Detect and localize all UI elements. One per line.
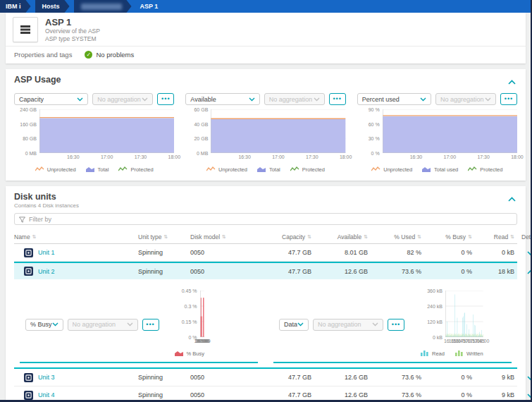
- metric-select-available[interactable]: Available: [185, 93, 259, 105]
- column-header-read[interactable]: Read⇅: [472, 233, 514, 240]
- legend-item-unprotected[interactable]: Unprotected: [206, 166, 247, 173]
- column-header-label: Name: [14, 233, 30, 240]
- legend-item-unprotected[interactable]: Unprotected: [35, 166, 76, 173]
- unit-name-cell: Unit 2: [14, 267, 138, 276]
- y-axis-tick: 0 MB: [197, 151, 211, 156]
- chart-legend: UnprotectedTotalProtected: [14, 165, 174, 173]
- breadcrumb: IBM iHostsASP 1: [0, 0, 531, 13]
- breadcrumb-item-redacted[interactable]: [74, 0, 132, 13]
- disk-units-subtitle: Contains 4 Disk instances: [14, 202, 79, 209]
- metric-select-value: Available: [190, 96, 216, 103]
- status-badge[interactable]: ✓ No problems: [85, 51, 134, 59]
- redacted-text: [81, 4, 122, 10]
- breadcrumb-item-current[interactable]: ASP 1: [136, 0, 159, 13]
- legend-item-written[interactable]: Written: [454, 350, 483, 358]
- y-axis-tick: 20 GB: [194, 136, 211, 141]
- column-header-name[interactable]: Name⇅: [14, 233, 138, 240]
- x-axis: 16:3017:0017:3018:00: [383, 154, 517, 162]
- cell-capacity: 47.7 GB: [255, 268, 311, 275]
- expand-row-button[interactable]: [524, 247, 532, 259]
- metric-select-data_io[interactable]: Data: [279, 319, 309, 331]
- aggregation-select-value: No aggregation: [73, 321, 116, 328]
- legend-item-protected[interactable]: Protected: [290, 166, 325, 173]
- expand-row-button[interactable]: [524, 372, 532, 384]
- legend-item-read[interactable]: Read: [420, 350, 445, 358]
- tab-properties-and-tags[interactable]: Properties and tags: [14, 51, 72, 59]
- x-axis: 16:1516:3016:4517:0017:1517:3017:4518:00: [445, 339, 483, 346]
- legend-item-protected[interactable]: Protected: [468, 166, 502, 173]
- unit-link[interactable]: Unit 2: [38, 268, 55, 275]
- y-axis-tick: 80 GB: [23, 136, 39, 141]
- legend-label: Total: [269, 166, 280, 173]
- column-header--used[interactable]: % Used⇅: [368, 233, 421, 240]
- legend-item--busy[interactable]: % Busy: [175, 350, 204, 358]
- column-header-unit-type[interactable]: Unit type⇅: [138, 233, 190, 240]
- breadcrumb-item-hosts[interactable]: Hosts: [35, 0, 70, 13]
- collapse-row-button[interactable]: [524, 265, 532, 277]
- table-row-unit-2[interactable]: Unit 2Spinning005047.7 GB12.6 GB73.6 %0 …: [14, 262, 517, 279]
- chart-data_io: 360 kB240 kB120 kB0 kB16:1516:3016:4517:…: [420, 291, 483, 358]
- column-header-capacity[interactable]: Capacity⇅: [255, 233, 311, 240]
- chart-plot[interactable]: 90 %60 %30 %0 %: [383, 109, 517, 153]
- y-axis-tick: 240 kB: [427, 304, 445, 309]
- chart-capacity: 240 GB160 GB80 GB0 MB16:3017:0017:3018:0…: [14, 109, 174, 173]
- y-axis-tick: 0 MB: [25, 151, 39, 156]
- unit-name-cell: Unit 3: [14, 373, 138, 382]
- collapse-section-button[interactable]: [507, 75, 517, 88]
- metric-select-value: Percent used: [362, 96, 400, 103]
- chart-options-button[interactable]: •••: [329, 93, 346, 105]
- disk-units-title: Disk units: [14, 192, 79, 202]
- legend-label: Unprotected: [383, 166, 412, 173]
- y-axis-tick: 60 %: [369, 121, 383, 126]
- table-row-unit-3[interactable]: Unit 3Spinning005047.7 GB12.6 GB73.6 %0 …: [14, 369, 517, 386]
- legend-line-icon: [290, 166, 299, 173]
- chart-options-button[interactable]: •••: [500, 93, 517, 105]
- legend-item-unprotected[interactable]: Unprotected: [371, 166, 412, 173]
- metric-select-percent_used[interactable]: Percent used: [357, 93, 431, 105]
- details-cell: [514, 247, 532, 259]
- expand-row-button[interactable]: [524, 389, 532, 401]
- legend-item-protected[interactable]: Protected: [118, 166, 153, 173]
- breadcrumb-item-ibm-i[interactable]: IBM i: [0, 0, 31, 13]
- legend-label: % Busy: [187, 351, 204, 357]
- chart-plot[interactable]: 0.45 %0.3 %0.15 %0 %: [200, 291, 204, 337]
- cell-read: 9 kB: [472, 391, 514, 398]
- y-axis-tick: 60 GB: [194, 107, 211, 112]
- legend-item-total[interactable]: Total: [257, 166, 280, 173]
- x-axis-tick: 16:30: [410, 154, 423, 159]
- asp-usage-title: ASP Usage: [14, 75, 61, 85]
- chart-options-button[interactable]: •••: [142, 319, 159, 331]
- chart-plot[interactable]: 360 kB240 kB120 kB0 kB: [445, 291, 483, 337]
- legend-item-total[interactable]: Total: [86, 166, 109, 173]
- chart-percent_used: 90 %60 %30 %0 %16:3017:0017:3018:00Unpro…: [357, 109, 517, 173]
- y-axis-tick: 0.45 %: [182, 288, 200, 293]
- tab-bar: Properties and tags ✓ No problems: [6, 46, 526, 63]
- table-row-unit-1[interactable]: Unit 1Spinning005047.7 GB8.01 GB82 %0 %0…: [14, 244, 517, 262]
- metric-select-busy[interactable]: % Busy: [25, 319, 63, 331]
- cell-unit_type: Spinning: [138, 249, 190, 256]
- chart-options-button[interactable]: •••: [157, 93, 174, 105]
- unit-link[interactable]: Unit 4: [38, 391, 55, 398]
- chart-options-button[interactable]: •••: [388, 319, 404, 331]
- column-header--busy[interactable]: % Busy⇅: [421, 233, 472, 240]
- cell-disk_model: 0050: [190, 391, 255, 398]
- metric-select-capacity[interactable]: Capacity: [14, 93, 88, 105]
- legend-label: Unprotected: [47, 166, 76, 173]
- chart-plot[interactable]: 240 GB160 GB80 GB0 MB: [39, 109, 174, 153]
- table-row-unit-4[interactable]: Unit 4Spinning005047.7 GB12.6 GB73.6 %0 …: [14, 386, 517, 402]
- unit-link[interactable]: Unit 1: [38, 249, 55, 256]
- aggregation-select-value: No aggregation: [440, 96, 484, 103]
- collapse-section-button[interactable]: [507, 192, 517, 205]
- chart-group-capacity: CapacityNo aggregation•••240 GB160 GB80 …: [14, 88, 174, 173]
- legend-label: Unprotected: [218, 166, 247, 173]
- column-header-disk-model[interactable]: Disk model⇅: [190, 233, 255, 240]
- chart-busy: 0.45 %0.3 %0.15 %0 %16:1516:3016:4517:00…: [175, 291, 204, 358]
- unit-link[interactable]: Unit 3: [38, 374, 55, 381]
- legend-area-icon: [175, 350, 184, 358]
- filter-input[interactable]: [29, 216, 512, 223]
- chart-plot[interactable]: 60 GB40 GB20 GB0 MB: [211, 109, 345, 153]
- x-axis-tick: 17:30: [477, 154, 490, 159]
- legend-item-total-used[interactable]: Total used: [422, 166, 458, 173]
- legend-label: Protected: [302, 166, 325, 173]
- column-header-available[interactable]: Available⇅: [311, 233, 368, 240]
